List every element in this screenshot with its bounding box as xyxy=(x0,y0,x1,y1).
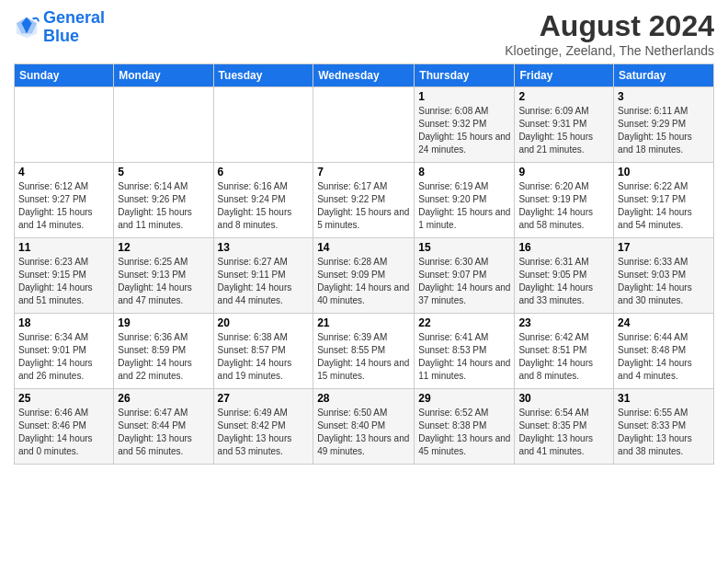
day-info: Sunrise: 6:39 AMSunset: 8:55 PMDaylight:… xyxy=(317,332,409,381)
page: General Blue August 2024 Kloetinge, Zeel… xyxy=(0,0,728,474)
header-tuesday: Tuesday xyxy=(213,64,313,87)
day-info: Sunrise: 6:38 AMSunset: 8:57 PMDaylight:… xyxy=(218,332,292,381)
calendar-cell: 11 Sunrise: 6:23 AMSunset: 9:15 PMDaylig… xyxy=(15,238,114,314)
day-number: 17 xyxy=(618,241,710,254)
logo-icon xyxy=(14,15,40,40)
day-number: 13 xyxy=(218,241,310,254)
day-number: 5 xyxy=(118,166,209,178)
day-info: Sunrise: 6:36 AMSunset: 8:59 PMDaylight:… xyxy=(118,332,192,381)
day-info: Sunrise: 6:42 AMSunset: 8:51 PMDaylight:… xyxy=(518,332,593,381)
calendar-cell: 3 Sunrise: 6:11 AMSunset: 9:29 PMDayligh… xyxy=(614,87,714,163)
day-info: Sunrise: 6:30 AMSunset: 9:07 PMDaylight:… xyxy=(418,257,510,305)
day-info: Sunrise: 6:27 AMSunset: 9:11 PMDaylight:… xyxy=(218,257,292,305)
day-info: Sunrise: 6:46 AMSunset: 8:46 PMDaylight:… xyxy=(18,408,93,456)
calendar-cell: 6 Sunrise: 6:16 AMSunset: 9:24 PMDayligh… xyxy=(213,163,313,238)
day-number: 25 xyxy=(18,392,109,405)
day-number: 4 xyxy=(18,166,109,178)
calendar-cell: 28 Sunrise: 6:50 AMSunset: 8:40 PMDaylig… xyxy=(313,389,415,465)
day-number: 15 xyxy=(418,241,510,254)
weekday-header-row: Sunday Monday Tuesday Wednesday Thursday… xyxy=(15,64,714,87)
day-number: 1 xyxy=(418,90,510,103)
header-monday: Monday xyxy=(114,64,213,87)
calendar-cell: 17 Sunrise: 6:33 AMSunset: 9:03 PMDaylig… xyxy=(614,238,714,314)
day-number: 24 xyxy=(618,316,710,329)
header-thursday: Thursday xyxy=(415,64,515,87)
calendar-cell: 8 Sunrise: 6:19 AMSunset: 9:20 PMDayligh… xyxy=(415,163,515,238)
calendar-cell: 25 Sunrise: 6:46 AMSunset: 8:46 PMDaylig… xyxy=(15,389,114,465)
day-info: Sunrise: 6:54 AMSunset: 8:35 PMDaylight:… xyxy=(518,408,593,456)
header-friday: Friday xyxy=(515,64,614,87)
calendar-cell: 20 Sunrise: 6:38 AMSunset: 8:57 PMDaylig… xyxy=(213,314,313,389)
day-number: 8 xyxy=(418,166,510,178)
day-info: Sunrise: 6:17 AMSunset: 9:22 PMDaylight:… xyxy=(317,181,409,230)
day-number: 29 xyxy=(418,392,510,405)
day-info: Sunrise: 6:23 AMSunset: 9:15 PMDaylight:… xyxy=(18,257,93,305)
day-info: Sunrise: 6:47 AMSunset: 8:44 PMDaylight:… xyxy=(118,408,192,456)
header: General Blue August 2024 Kloetinge, Zeel… xyxy=(14,9,714,58)
day-info: Sunrise: 6:16 AMSunset: 9:24 PMDaylight:… xyxy=(218,181,292,230)
calendar-cell: 30 Sunrise: 6:54 AMSunset: 8:35 PMDaylig… xyxy=(515,389,614,465)
day-number: 2 xyxy=(518,90,609,103)
logo: General Blue xyxy=(14,9,105,46)
day-number: 31 xyxy=(618,392,710,405)
calendar-cell: 10 Sunrise: 6:22 AMSunset: 9:17 PMDaylig… xyxy=(614,163,714,238)
day-number: 23 xyxy=(518,316,609,329)
day-number: 20 xyxy=(218,316,310,329)
day-info: Sunrise: 6:09 AMSunset: 9:31 PMDaylight:… xyxy=(518,106,593,155)
day-number: 21 xyxy=(317,316,410,329)
day-number: 9 xyxy=(518,166,609,178)
logo-line2: Blue xyxy=(43,27,79,45)
day-info: Sunrise: 6:41 AMSunset: 8:53 PMDaylight:… xyxy=(418,332,510,381)
day-info: Sunrise: 6:31 AMSunset: 9:05 PMDaylight:… xyxy=(518,257,593,305)
day-number: 3 xyxy=(618,90,710,103)
calendar-cell: 2 Sunrise: 6:09 AMSunset: 9:31 PMDayligh… xyxy=(515,87,614,163)
calendar-cell: 23 Sunrise: 6:42 AMSunset: 8:51 PMDaylig… xyxy=(515,314,614,389)
calendar-cell: 13 Sunrise: 6:27 AMSunset: 9:11 PMDaylig… xyxy=(213,238,313,314)
calendar-cell: 19 Sunrise: 6:36 AMSunset: 8:59 PMDaylig… xyxy=(114,314,213,389)
calendar-cell: 21 Sunrise: 6:39 AMSunset: 8:55 PMDaylig… xyxy=(313,314,415,389)
day-number: 12 xyxy=(118,241,209,254)
logo-line1: General xyxy=(43,8,105,27)
calendar-cell: 16 Sunrise: 6:31 AMSunset: 9:05 PMDaylig… xyxy=(515,238,614,314)
calendar-cell: 9 Sunrise: 6:20 AMSunset: 9:19 PMDayligh… xyxy=(515,163,614,238)
calendar-cell xyxy=(114,87,213,163)
calendar-cell: 24 Sunrise: 6:44 AMSunset: 8:48 PMDaylig… xyxy=(614,314,714,389)
calendar-week-row: 4 Sunrise: 6:12 AMSunset: 9:27 PMDayligh… xyxy=(15,163,714,238)
day-number: 7 xyxy=(317,166,410,178)
day-info: Sunrise: 6:08 AMSunset: 9:32 PMDaylight:… xyxy=(418,106,510,155)
day-info: Sunrise: 6:20 AMSunset: 9:19 PMDaylight:… xyxy=(518,181,593,230)
day-info: Sunrise: 6:28 AMSunset: 9:09 PMDaylight:… xyxy=(317,257,409,305)
title-area: August 2024 Kloetinge, Zeeland, The Neth… xyxy=(505,9,714,58)
day-number: 27 xyxy=(218,392,310,405)
day-number: 10 xyxy=(618,166,710,178)
day-info: Sunrise: 6:22 AMSunset: 9:17 PMDaylight:… xyxy=(618,181,692,230)
calendar-cell: 5 Sunrise: 6:14 AMSunset: 9:26 PMDayligh… xyxy=(114,163,213,238)
day-number: 19 xyxy=(118,316,209,329)
day-info: Sunrise: 6:49 AMSunset: 8:42 PMDaylight:… xyxy=(218,408,292,456)
day-info: Sunrise: 6:52 AMSunset: 8:38 PMDaylight:… xyxy=(418,408,510,456)
calendar-cell: 12 Sunrise: 6:25 AMSunset: 9:13 PMDaylig… xyxy=(114,238,213,314)
calendar-cell: 31 Sunrise: 6:55 AMSunset: 8:33 PMDaylig… xyxy=(614,389,714,465)
day-number: 6 xyxy=(218,166,310,178)
day-info: Sunrise: 6:44 AMSunset: 8:48 PMDaylight:… xyxy=(618,332,692,381)
day-number: 18 xyxy=(18,316,109,329)
calendar-cell: 22 Sunrise: 6:41 AMSunset: 8:53 PMDaylig… xyxy=(415,314,515,389)
header-sunday: Sunday xyxy=(15,64,114,87)
month-title: August 2024 xyxy=(505,9,714,43)
calendar-week-row: 25 Sunrise: 6:46 AMSunset: 8:46 PMDaylig… xyxy=(15,389,714,465)
calendar-cell: 7 Sunrise: 6:17 AMSunset: 9:22 PMDayligh… xyxy=(313,163,415,238)
day-info: Sunrise: 6:50 AMSunset: 8:40 PMDaylight:… xyxy=(317,408,409,456)
day-number: 26 xyxy=(118,392,209,405)
calendar-cell xyxy=(313,87,415,163)
calendar-cell: 14 Sunrise: 6:28 AMSunset: 9:09 PMDaylig… xyxy=(313,238,415,314)
day-info: Sunrise: 6:55 AMSunset: 8:33 PMDaylight:… xyxy=(618,408,692,456)
day-info: Sunrise: 6:12 AMSunset: 9:27 PMDaylight:… xyxy=(18,181,93,230)
day-info: Sunrise: 6:11 AMSunset: 9:29 PMDaylight:… xyxy=(618,106,692,155)
header-saturday: Saturday xyxy=(614,64,714,87)
day-number: 28 xyxy=(317,392,410,405)
day-info: Sunrise: 6:33 AMSunset: 9:03 PMDaylight:… xyxy=(618,257,692,305)
location-title: Kloetinge, Zeeland, The Netherlands xyxy=(505,43,714,58)
calendar-cell: 15 Sunrise: 6:30 AMSunset: 9:07 PMDaylig… xyxy=(415,238,515,314)
calendar-cell: 18 Sunrise: 6:34 AMSunset: 9:01 PMDaylig… xyxy=(15,314,114,389)
day-info: Sunrise: 6:19 AMSunset: 9:20 PMDaylight:… xyxy=(418,181,510,230)
